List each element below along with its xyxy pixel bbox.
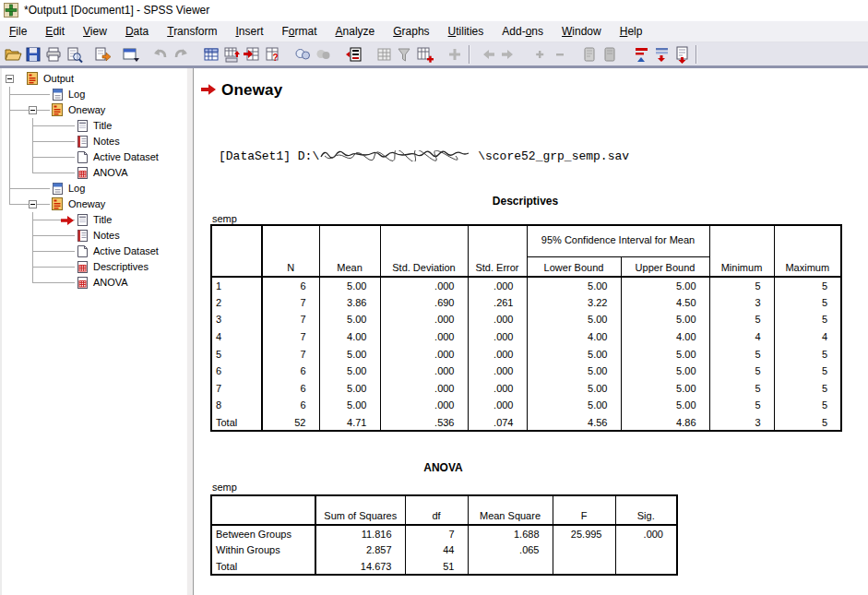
tree-item-log[interactable]: Log [2, 87, 186, 102]
menu-data[interactable]: Data [116, 22, 158, 41]
menu-add-ons[interactable]: Add-ons [493, 22, 553, 41]
demote-icon[interactable] [651, 44, 672, 65]
book-icon [26, 72, 40, 86]
filter-icon[interactable] [394, 44, 414, 65]
cell [615, 558, 677, 575]
tree-item-active-dataset[interactable]: Active Dataset [2, 244, 186, 259]
goto-data-icon[interactable] [221, 44, 242, 65]
cell: 3.86 [319, 294, 380, 312]
promote-icon[interactable] [631, 44, 651, 65]
menu-graphs[interactable]: Graphs [384, 22, 438, 41]
last-output-icon[interactable] [343, 44, 363, 65]
tree-label: Active Dataset [93, 151, 159, 162]
pane-splitter[interactable] [186, 68, 194, 595]
current-output-arrow-icon [201, 82, 216, 99]
tree-expander[interactable] [29, 106, 37, 114]
cell: Total [211, 558, 315, 575]
open-icon[interactable] [3, 44, 23, 65]
tree-connector [32, 157, 75, 158]
tree-item-log[interactable]: Log [2, 181, 186, 196]
tree-label: ANOVA [93, 277, 128, 288]
cell: 14.673 [315, 558, 405, 575]
descriptives-table[interactable]: NMeanStd. DeviationStd. Error95% Confide… [210, 224, 842, 432]
cell: 4 [211, 328, 262, 346]
table-icon [76, 166, 89, 180]
menu-file[interactable]: File [0, 22, 36, 41]
menu-window[interactable]: Window [553, 22, 611, 41]
tree-item-notes[interactable]: Notes [2, 134, 186, 149]
expand-small-icon[interactable] [529, 44, 550, 65]
tree-expander[interactable] [6, 75, 14, 83]
tree-connector [9, 149, 10, 165]
tree-label: Output [43, 73, 74, 84]
cell: .690 [380, 294, 468, 312]
header-cell: Lower Bound [527, 256, 621, 277]
save-icon[interactable] [23, 44, 43, 65]
menu-utilities[interactable]: Utilities [439, 22, 493, 41]
header-cell: N [262, 225, 319, 277]
section-title: Oneway [221, 81, 282, 100]
insert-object-icon[interactable] [445, 44, 465, 65]
descriptives-table-slot: NMeanStd. DeviationStd. Error95% Confide… [210, 224, 840, 432]
show-book-icon[interactable] [579, 44, 600, 65]
nav-right-icon[interactable] [498, 44, 518, 65]
menu-view[interactable]: View [74, 22, 116, 41]
cell: 5 [709, 277, 774, 294]
print-preview-icon[interactable] [64, 44, 84, 65]
menu-format[interactable]: Format [273, 22, 327, 41]
anova-table-slot: Sum of SquaresdfMean SquareFSig.Between … [210, 494, 676, 576]
find-next-icon[interactable] [313, 44, 333, 65]
print-icon[interactable] [43, 44, 64, 65]
collapse-small-icon[interactable] [550, 44, 570, 65]
cell: 5 [774, 363, 841, 380]
cell: 5.00 [319, 363, 380, 380]
table-icon [76, 260, 89, 274]
tree-item-oneway[interactable]: Oneway [2, 196, 186, 212]
find-icon[interactable] [292, 44, 313, 65]
outline-pane[interactable]: OutputLogOnewayTitleNotesActive DatasetA… [0, 68, 186, 595]
content-pane[interactable]: Oneway [DataSet1] D:\\score52_grp_semp.s… [194, 68, 868, 595]
goto-table-icon[interactable] [201, 44, 221, 65]
table-row: Total524.71.536.0744.564.8635 [211, 414, 841, 432]
tree-item-anova[interactable]: ANOVA [2, 165, 186, 181]
anova-table[interactable]: Sum of SquaresdfMean SquareFSig.Between … [210, 494, 678, 576]
menu-analyze[interactable]: Analyze [327, 22, 385, 41]
cell: 5.00 [319, 380, 380, 398]
tree-connector [9, 134, 10, 149]
cell: .000 [380, 328, 468, 346]
tree-item-active-dataset[interactable]: Active Dataset [2, 149, 186, 165]
nav-left-icon[interactable] [478, 44, 498, 65]
tree-label: Notes [93, 136, 120, 147]
tree-item-title[interactable]: Title [2, 118, 186, 134]
cell [553, 541, 615, 558]
use-sets-icon[interactable] [414, 44, 434, 65]
cell: 5.00 [527, 380, 621, 398]
cell: 5 [709, 345, 774, 363]
redo-icon[interactable] [171, 44, 191, 65]
tree-expander[interactable] [29, 200, 37, 208]
expand-output-icon[interactable] [672, 44, 692, 65]
header-cell [211, 495, 315, 525]
menu-help[interactable]: Help [611, 22, 652, 41]
hide-book-icon[interactable] [600, 44, 620, 65]
menu-edit[interactable]: Edit [36, 22, 74, 41]
variables-icon[interactable]: ? [262, 44, 282, 65]
cell: 5 [774, 294, 841, 312]
tree-item-descriptives[interactable]: Descriptives [2, 259, 186, 275]
tree-item-anova[interactable]: ANOVA [2, 275, 186, 291]
tree-connector [32, 173, 75, 173]
tree-item-title[interactable]: Title [2, 212, 186, 228]
dialog-recall-icon[interactable] [121, 44, 141, 65]
header-cell: Sig. [615, 495, 677, 525]
tree-item-oneway[interactable]: Oneway [2, 102, 186, 118]
tree-item-output[interactable]: Output [2, 71, 186, 87]
select-cells-icon[interactable] [374, 44, 394, 65]
goto-case-icon[interactable] [242, 44, 262, 65]
tree-label: Active Dataset [93, 245, 159, 256]
menu-insert[interactable]: Insert [226, 22, 272, 41]
undo-icon[interactable] [150, 44, 171, 65]
tree-item-notes[interactable]: Notes [2, 228, 186, 244]
menu-transform[interactable]: Transform [158, 22, 226, 41]
cell [615, 541, 677, 558]
export-icon[interactable] [92, 44, 113, 65]
